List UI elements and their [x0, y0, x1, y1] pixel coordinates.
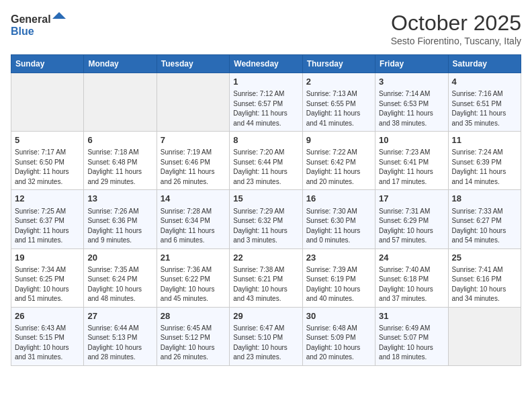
- day-info: Sunrise: 7:23 AM Sunset: 6:41 PM Dayligh…: [379, 148, 444, 187]
- day-number: 11: [452, 134, 517, 146]
- col-header-saturday: Saturday: [448, 55, 521, 73]
- week-row-2: 5Sunrise: 7:17 AM Sunset: 6:50 PM Daylig…: [11, 132, 521, 190]
- day-number: 21: [161, 252, 226, 264]
- day-number: 19: [15, 252, 80, 264]
- day-number: 3: [379, 76, 444, 88]
- day-cell: [84, 73, 157, 132]
- day-info: Sunrise: 6:49 AM Sunset: 5:07 PM Dayligh…: [379, 324, 444, 363]
- day-info: Sunrise: 7:13 AM Sunset: 6:55 PM Dayligh…: [306, 89, 371, 128]
- day-number: 17: [379, 193, 444, 205]
- week-row-1: 1Sunrise: 7:12 AM Sunset: 6:57 PM Daylig…: [11, 73, 521, 132]
- day-info: Sunrise: 7:33 AM Sunset: 6:27 PM Dayligh…: [452, 207, 517, 246]
- day-info: Sunrise: 7:25 AM Sunset: 6:37 PM Dayligh…: [15, 207, 80, 246]
- day-cell: 23Sunrise: 7:39 AM Sunset: 6:19 PM Dayli…: [302, 248, 375, 307]
- day-info: Sunrise: 6:48 AM Sunset: 5:09 PM Dayligh…: [306, 324, 371, 363]
- day-info: Sunrise: 7:17 AM Sunset: 6:50 PM Dayligh…: [15, 148, 80, 187]
- day-number: 8: [233, 134, 298, 146]
- day-cell: 31Sunrise: 6:49 AM Sunset: 5:07 PM Dayli…: [375, 307, 448, 365]
- day-number: 2: [306, 76, 371, 88]
- day-number: 15: [233, 193, 298, 205]
- day-cell: [11, 73, 84, 132]
- svg-text:Blue: Blue: [11, 26, 34, 37]
- day-info: Sunrise: 7:39 AM Sunset: 6:19 PM Dayligh…: [306, 265, 371, 304]
- day-cell: 15Sunrise: 7:29 AM Sunset: 6:32 PM Dayli…: [230, 190, 302, 248]
- day-cell: 9Sunrise: 7:22 AM Sunset: 6:42 PM Daylig…: [302, 132, 375, 190]
- day-info: Sunrise: 7:36 AM Sunset: 6:22 PM Dayligh…: [161, 265, 226, 304]
- day-cell: 11Sunrise: 7:24 AM Sunset: 6:39 PM Dayli…: [448, 132, 521, 190]
- day-info: Sunrise: 7:18 AM Sunset: 6:48 PM Dayligh…: [87, 148, 152, 187]
- day-cell: 8Sunrise: 7:20 AM Sunset: 6:44 PM Daylig…: [230, 132, 302, 190]
- day-number: 20: [87, 252, 152, 264]
- location-subtitle: Sesto Fiorentino, Tuscany, Italy: [391, 36, 521, 46]
- day-info: Sunrise: 6:44 AM Sunset: 5:13 PM Dayligh…: [87, 324, 152, 363]
- day-number: 23: [306, 252, 371, 264]
- day-info: Sunrise: 7:41 AM Sunset: 6:16 PM Dayligh…: [452, 265, 517, 304]
- day-cell: 2Sunrise: 7:13 AM Sunset: 6:55 PM Daylig…: [302, 73, 375, 132]
- title-block: October 2025 Sesto Fiorentino, Tuscany, …: [391, 11, 521, 46]
- day-cell: 6Sunrise: 7:18 AM Sunset: 6:48 PM Daylig…: [84, 132, 157, 190]
- week-row-4: 19Sunrise: 7:34 AM Sunset: 6:25 PM Dayli…: [11, 248, 521, 307]
- day-info: Sunrise: 7:34 AM Sunset: 6:25 PM Dayligh…: [15, 265, 80, 304]
- day-cell: 22Sunrise: 7:38 AM Sunset: 6:21 PM Dayli…: [230, 248, 302, 307]
- day-info: Sunrise: 7:22 AM Sunset: 6:42 PM Dayligh…: [306, 148, 371, 187]
- logo: GeneralBlue: [11, 11, 71, 40]
- day-number: 12: [15, 193, 80, 205]
- day-number: 22: [233, 252, 298, 264]
- day-number: 25: [452, 252, 517, 264]
- logo-svg: GeneralBlue: [11, 11, 71, 40]
- day-info: Sunrise: 7:29 AM Sunset: 6:32 PM Dayligh…: [233, 207, 298, 246]
- day-info: Sunrise: 7:31 AM Sunset: 6:29 PM Dayligh…: [379, 207, 444, 246]
- day-cell: 24Sunrise: 7:40 AM Sunset: 6:18 PM Dayli…: [375, 248, 448, 307]
- day-cell: 19Sunrise: 7:34 AM Sunset: 6:25 PM Dayli…: [11, 248, 84, 307]
- day-info: Sunrise: 7:12 AM Sunset: 6:57 PM Dayligh…: [233, 89, 298, 128]
- day-info: Sunrise: 7:30 AM Sunset: 6:30 PM Dayligh…: [306, 207, 371, 246]
- day-info: Sunrise: 7:40 AM Sunset: 6:18 PM Dayligh…: [379, 265, 444, 304]
- day-info: Sunrise: 6:43 AM Sunset: 5:15 PM Dayligh…: [15, 324, 80, 363]
- day-number: 29: [233, 310, 298, 322]
- svg-marker-0: [52, 12, 66, 19]
- day-cell: 28Sunrise: 6:45 AM Sunset: 5:12 PM Dayli…: [157, 307, 229, 365]
- day-number: 16: [306, 193, 371, 205]
- week-row-5: 26Sunrise: 6:43 AM Sunset: 5:15 PM Dayli…: [11, 307, 521, 365]
- day-number: 13: [87, 193, 152, 205]
- col-header-tuesday: Tuesday: [157, 55, 229, 73]
- day-cell: 29Sunrise: 6:47 AM Sunset: 5:10 PM Dayli…: [230, 307, 302, 365]
- day-number: 24: [379, 252, 444, 264]
- col-header-monday: Monday: [84, 55, 157, 73]
- day-cell: 20Sunrise: 7:35 AM Sunset: 6:24 PM Dayli…: [84, 248, 157, 307]
- day-cell: 26Sunrise: 6:43 AM Sunset: 5:15 PM Dayli…: [11, 307, 84, 365]
- col-header-friday: Friday: [375, 55, 448, 73]
- day-cell: 25Sunrise: 7:41 AM Sunset: 6:16 PM Dayli…: [448, 248, 521, 307]
- day-cell: 7Sunrise: 7:19 AM Sunset: 6:46 PM Daylig…: [157, 132, 229, 190]
- day-info: Sunrise: 7:35 AM Sunset: 6:24 PM Dayligh…: [87, 265, 152, 304]
- day-cell: 17Sunrise: 7:31 AM Sunset: 6:29 PM Dayli…: [375, 190, 448, 248]
- day-cell: 4Sunrise: 7:16 AM Sunset: 6:51 PM Daylig…: [448, 73, 521, 132]
- header-row: SundayMondayTuesdayWednesdayThursdayFrid…: [11, 55, 521, 73]
- day-cell: 21Sunrise: 7:36 AM Sunset: 6:22 PM Dayli…: [157, 248, 229, 307]
- day-info: Sunrise: 7:16 AM Sunset: 6:51 PM Dayligh…: [452, 89, 517, 128]
- day-cell: 14Sunrise: 7:28 AM Sunset: 6:34 PM Dayli…: [157, 190, 229, 248]
- day-cell: 10Sunrise: 7:23 AM Sunset: 6:41 PM Dayli…: [375, 132, 448, 190]
- day-number: 5: [15, 134, 80, 146]
- day-info: Sunrise: 7:20 AM Sunset: 6:44 PM Dayligh…: [233, 148, 298, 187]
- col-header-wednesday: Wednesday: [230, 55, 302, 73]
- day-number: 14: [161, 193, 226, 205]
- day-cell: 30Sunrise: 6:48 AM Sunset: 5:09 PM Dayli…: [302, 307, 375, 365]
- day-info: Sunrise: 7:28 AM Sunset: 6:34 PM Dayligh…: [161, 207, 226, 246]
- svg-text:General: General: [11, 13, 51, 25]
- day-cell: 12Sunrise: 7:25 AM Sunset: 6:37 PM Dayli…: [11, 190, 84, 248]
- day-info: Sunrise: 6:45 AM Sunset: 5:12 PM Dayligh…: [161, 324, 226, 363]
- day-number: 28: [161, 310, 226, 322]
- day-number: 18: [452, 193, 517, 205]
- day-number: 4: [452, 76, 517, 88]
- day-cell: 16Sunrise: 7:30 AM Sunset: 6:30 PM Dayli…: [302, 190, 375, 248]
- day-number: 9: [306, 134, 371, 146]
- day-number: 27: [87, 310, 152, 322]
- day-number: 7: [161, 134, 226, 146]
- day-cell: 13Sunrise: 7:26 AM Sunset: 6:36 PM Dayli…: [84, 190, 157, 248]
- day-info: Sunrise: 7:24 AM Sunset: 6:39 PM Dayligh…: [452, 148, 517, 187]
- calendar-table: SundayMondayTuesdayWednesdayThursdayFrid…: [11, 54, 521, 366]
- day-cell: 5Sunrise: 7:17 AM Sunset: 6:50 PM Daylig…: [11, 132, 84, 190]
- day-number: 6: [87, 134, 152, 146]
- day-info: Sunrise: 7:26 AM Sunset: 6:36 PM Dayligh…: [87, 207, 152, 246]
